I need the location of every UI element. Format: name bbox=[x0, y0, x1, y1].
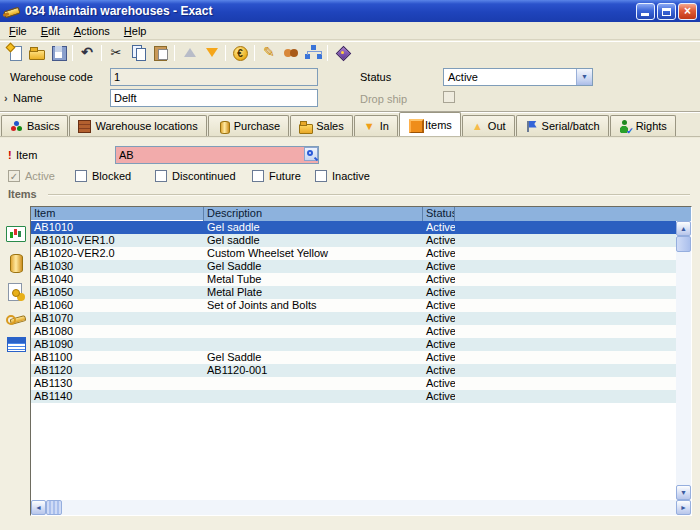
vertical-scroll-track[interactable] bbox=[676, 252, 691, 485]
orgchart-button[interactable] bbox=[302, 43, 324, 63]
orgchart-icon bbox=[305, 44, 322, 61]
search-button[interactable] bbox=[304, 147, 318, 161]
handshake-button[interactable] bbox=[280, 43, 302, 63]
table-row[interactable]: AB1140Active bbox=[31, 390, 676, 403]
down-button[interactable] bbox=[200, 43, 222, 63]
chevron-down-icon[interactable]: ▼ bbox=[576, 69, 592, 85]
cell-description: Gel Saddle bbox=[204, 260, 423, 273]
cell-item: AB1090 bbox=[31, 338, 204, 351]
up-button[interactable] bbox=[178, 43, 200, 63]
tab-label: In bbox=[380, 120, 389, 132]
table-row[interactable]: AB1040Metal TubeActive bbox=[31, 273, 676, 286]
table-row[interactable]: AB1070Active bbox=[31, 312, 676, 325]
cell-status: Active bbox=[423, 247, 455, 260]
name-edit-marker: › bbox=[4, 92, 8, 104]
item-filter-label: Item bbox=[16, 149, 37, 161]
tab-rights[interactable]: Rights bbox=[610, 115, 676, 136]
chart-card-icon[interactable] bbox=[6, 223, 26, 243]
checkbox-box[interactable] bbox=[252, 170, 264, 182]
checkbox-future[interactable]: Future bbox=[252, 169, 301, 182]
up-icon bbox=[181, 44, 198, 61]
cut-button[interactable]: ✂ bbox=[105, 43, 127, 63]
stock-cylinder-icon[interactable] bbox=[6, 253, 26, 273]
name-field[interactable] bbox=[110, 89, 318, 107]
cell-status: Active bbox=[423, 325, 455, 338]
menu-edit[interactable]: Edit bbox=[34, 23, 67, 39]
document-gears-icon[interactable] bbox=[6, 283, 26, 303]
save-button[interactable] bbox=[47, 43, 69, 63]
status-select[interactable]: Active ▼ bbox=[443, 68, 593, 86]
scroll-up-icon[interactable]: ▲ bbox=[676, 221, 691, 236]
tab-sales[interactable]: Sales bbox=[290, 115, 353, 136]
scroll-down-icon[interactable]: ▼ bbox=[676, 485, 691, 500]
menu-help[interactable]: Help bbox=[117, 23, 154, 39]
cell-description: Metal Tube bbox=[204, 273, 423, 286]
scroll-right-icon[interactable]: ► bbox=[676, 500, 691, 515]
horizontal-scroll-track[interactable] bbox=[62, 500, 676, 515]
menu-file[interactable]: File bbox=[2, 23, 34, 39]
toolbar-separator bbox=[327, 45, 328, 61]
title-bar: 034 Maintain warehouses - Exact × bbox=[0, 0, 700, 22]
tab-items[interactable]: Items bbox=[399, 112, 461, 136]
table-row[interactable]: AB1020-VER2.0Custom Wheelset YellowActiv… bbox=[31, 247, 676, 260]
table-row[interactable]: AB1060Set of Joints and BoltsActive bbox=[31, 299, 676, 312]
minimize-button[interactable] bbox=[636, 3, 655, 20]
grid-header: ItemDescriptionStatus bbox=[31, 207, 691, 221]
close-button[interactable]: × bbox=[678, 3, 697, 20]
warehouse-code-field[interactable] bbox=[110, 68, 318, 86]
checkbox-discontinued[interactable]: Discontinued bbox=[155, 169, 236, 182]
table-row[interactable]: AB1120AB1120-001Active bbox=[31, 364, 676, 377]
copy-button[interactable] bbox=[127, 43, 149, 63]
pencil-button[interactable]: ✎ bbox=[258, 43, 280, 63]
tab-out[interactable]: ▲Out bbox=[462, 115, 515, 136]
vertical-scroll-thumb[interactable] bbox=[676, 236, 691, 252]
table-row[interactable]: AB1100Gel SaddleActive bbox=[31, 351, 676, 364]
column-header-status[interactable]: Status bbox=[423, 207, 455, 221]
list-card-icon[interactable] bbox=[6, 335, 26, 355]
table-row[interactable]: AB1010Gel saddleActive bbox=[31, 221, 676, 234]
checkbox-box[interactable] bbox=[315, 170, 327, 182]
tab-serial-batch[interactable]: Serial/batch bbox=[516, 115, 609, 136]
table-row[interactable]: AB1080Active bbox=[31, 325, 676, 338]
status-label: Status bbox=[360, 71, 391, 83]
group-divider bbox=[48, 194, 690, 196]
checkbox-box[interactable] bbox=[155, 170, 167, 182]
rights-icon bbox=[619, 120, 632, 133]
checkbox-inactive[interactable]: Inactive bbox=[315, 169, 370, 182]
table-row[interactable]: AB1090Active bbox=[31, 338, 676, 351]
table-row[interactable]: AB1030Gel SaddleActive bbox=[31, 260, 676, 273]
checkbox-box[interactable] bbox=[75, 170, 87, 182]
cell-item: AB1060 bbox=[31, 299, 204, 312]
column-header-description[interactable]: Description bbox=[204, 207, 423, 221]
tab-basics[interactable]: Basics bbox=[1, 115, 68, 136]
maximize-button[interactable] bbox=[657, 3, 676, 20]
column-header-item[interactable]: Item bbox=[31, 207, 204, 221]
vertical-scrollbar[interactable]: ▲ ▼ bbox=[676, 221, 691, 500]
tab-purchase[interactable]: Purchase bbox=[208, 115, 289, 136]
diamond-button[interactable] bbox=[331, 43, 353, 63]
horizontal-scrollbar[interactable]: ◄ ► bbox=[31, 500, 691, 515]
new-button[interactable] bbox=[3, 43, 25, 63]
tab-label: Basics bbox=[27, 120, 59, 132]
table-row[interactable]: AB1130Active bbox=[31, 377, 676, 390]
wrench-icon[interactable] bbox=[6, 309, 26, 329]
cell-status: Active bbox=[423, 377, 455, 390]
undo-button[interactable]: ↶ bbox=[76, 43, 98, 63]
search-icon bbox=[307, 150, 313, 156]
open-button[interactable] bbox=[25, 43, 47, 63]
undo-icon: ↶ bbox=[79, 44, 96, 61]
paste-button[interactable] bbox=[149, 43, 171, 63]
menu-actions[interactable]: Actions bbox=[67, 23, 117, 39]
euro-button[interactable]: € bbox=[229, 43, 251, 63]
item-search-input[interactable] bbox=[115, 146, 319, 164]
checkbox-blocked[interactable]: Blocked bbox=[75, 169, 131, 182]
horizontal-scroll-thumb[interactable] bbox=[46, 500, 62, 515]
tab-in[interactable]: ▼In bbox=[354, 115, 398, 136]
table-row[interactable]: AB1010-VER1.0Gel saddleActive bbox=[31, 234, 676, 247]
tab-warehouse-locations[interactable]: Warehouse locations bbox=[69, 115, 206, 136]
drop-ship-label: Drop ship bbox=[360, 93, 407, 105]
table-row[interactable]: AB1050Metal PlateActive bbox=[31, 286, 676, 299]
cell-item: AB1070 bbox=[31, 312, 204, 325]
serial-icon bbox=[525, 120, 538, 133]
scroll-left-icon[interactable]: ◄ bbox=[31, 500, 46, 515]
